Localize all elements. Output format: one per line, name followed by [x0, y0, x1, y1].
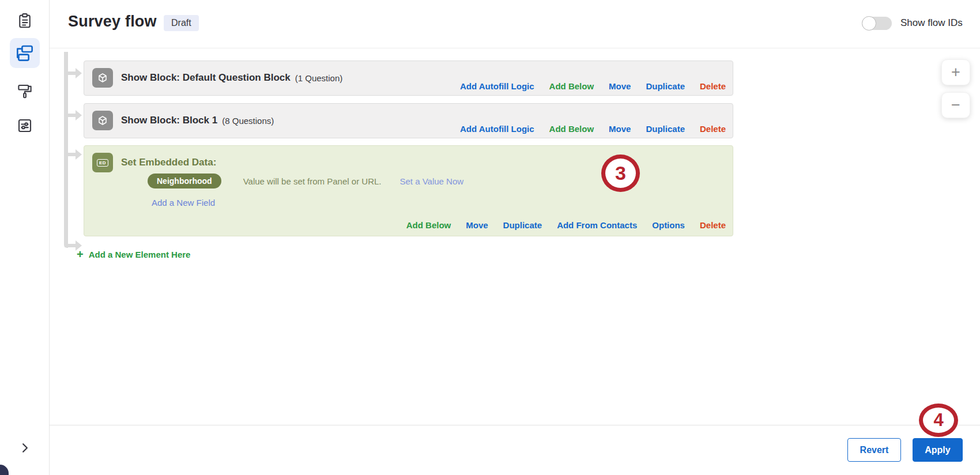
move-link[interactable]: Move: [609, 81, 631, 91]
flow-branch-arrow-icon: [68, 68, 83, 78]
flow-connector-line: [64, 52, 68, 248]
duplicate-link[interactable]: Duplicate: [646, 81, 685, 91]
survey-builder-icon[interactable]: [14, 10, 35, 31]
flow-branch-arrow-icon: [68, 110, 83, 120]
minus-icon: −: [951, 96, 960, 114]
zoom-in-button[interactable]: +: [941, 59, 970, 85]
delete-link[interactable]: Delete: [700, 124, 726, 134]
annotation-step-3: 3: [601, 154, 640, 192]
move-link[interactable]: Move: [609, 124, 631, 134]
flow-element-embedded-data[interactable]: ED Set Embedded Data: Neighborhood Value…: [84, 145, 733, 236]
page-title: Survey flow: [68, 13, 157, 31]
flow-element-show-block-default[interactable]: Show Block: Default Question Block (1 Qu…: [84, 61, 733, 96]
block-title-text: Show Block: Block 1: [121, 115, 217, 126]
field-name-pill[interactable]: Neighborhood: [148, 174, 221, 189]
embedded-data-field-row: Neighborhood Value will be set from Pane…: [148, 174, 463, 189]
block-title-text: Show Block: Default Question Block: [121, 72, 291, 84]
duplicate-link[interactable]: Duplicate: [503, 220, 542, 230]
show-flow-ids-toggle[interactable]: [862, 17, 892, 30]
cube-icon: [92, 111, 113, 130]
zoom-out-button[interactable]: −: [941, 92, 970, 118]
embedded-data-title: Set Embedded Data:: [121, 153, 216, 172]
revert-button[interactable]: Revert: [847, 438, 901, 462]
delete-link[interactable]: Delete: [700, 81, 726, 91]
annotation-step-4: 4: [919, 404, 958, 437]
add-below-link[interactable]: Add Below: [406, 220, 451, 230]
plus-icon: +: [77, 248, 84, 260]
toggle-knob: [862, 16, 876, 31]
add-new-element-label: Add a New Element Here: [89, 250, 191, 259]
header-divider: [50, 48, 980, 48]
block-question-count: (8 Questions): [222, 116, 274, 126]
embedded-data-icon-label: ED: [97, 159, 108, 167]
plus-icon: +: [951, 63, 960, 81]
survey-flow-icon[interactable]: [10, 38, 40, 68]
add-from-contacts-link[interactable]: Add From Contacts: [557, 220, 637, 230]
add-autofill-logic-link[interactable]: Add Autofill Logic: [460, 81, 534, 91]
footer-divider: [50, 425, 980, 425]
duplicate-link[interactable]: Duplicate: [646, 124, 685, 134]
show-flow-ids-label: Show flow IDs: [900, 17, 963, 29]
embedded-data-actions: Add Below Move Duplicate Add From Contac…: [406, 220, 726, 230]
corner-decoration: [0, 465, 9, 475]
flow-element-show-block-1[interactable]: Show Block: Block 1 (8 Questions) Add Au…: [84, 103, 733, 138]
block-actions: Add Autofill Logic Add Below Move Duplic…: [460, 124, 726, 134]
add-new-field-link[interactable]: Add a New Field: [152, 198, 215, 208]
survey-flow-page: Survey flow Draft Show flow IDs Show Blo…: [0, 0, 980, 475]
delete-link[interactable]: Delete: [700, 220, 726, 230]
cube-icon: [92, 68, 113, 88]
add-below-link[interactable]: Add Below: [549, 124, 594, 134]
left-sidebar: [0, 0, 50, 475]
options-link[interactable]: Options: [652, 220, 685, 230]
block-actions: Add Autofill Logic Add Below Move Duplic…: [460, 81, 726, 91]
flow-branch-arrow-icon: [68, 149, 83, 160]
expand-sidebar-chevron-icon[interactable]: [17, 440, 33, 456]
add-below-link[interactable]: Add Below: [549, 81, 594, 91]
set-value-now-link[interactable]: Set a Value Now: [399, 176, 463, 186]
block-question-count: (1 Question): [295, 73, 343, 83]
embedded-data-icon: ED: [92, 153, 113, 172]
status-badge: Draft: [164, 15, 199, 31]
move-link[interactable]: Move: [466, 220, 488, 230]
block-title: Show Block: Block 1 (8 Questions): [121, 111, 274, 130]
add-autofill-logic-link[interactable]: Add Autofill Logic: [460, 124, 534, 134]
survey-options-icon[interactable]: [14, 115, 35, 136]
block-title: Show Block: Default Question Block (1 Qu…: [121, 68, 342, 88]
apply-button[interactable]: Apply: [913, 438, 963, 462]
add-new-element-link[interactable]: + Add a New Element Here: [77, 248, 190, 260]
look-and-feel-icon[interactable]: [14, 81, 35, 101]
field-value-text: Value will be set from Panel or URL.: [243, 176, 382, 186]
